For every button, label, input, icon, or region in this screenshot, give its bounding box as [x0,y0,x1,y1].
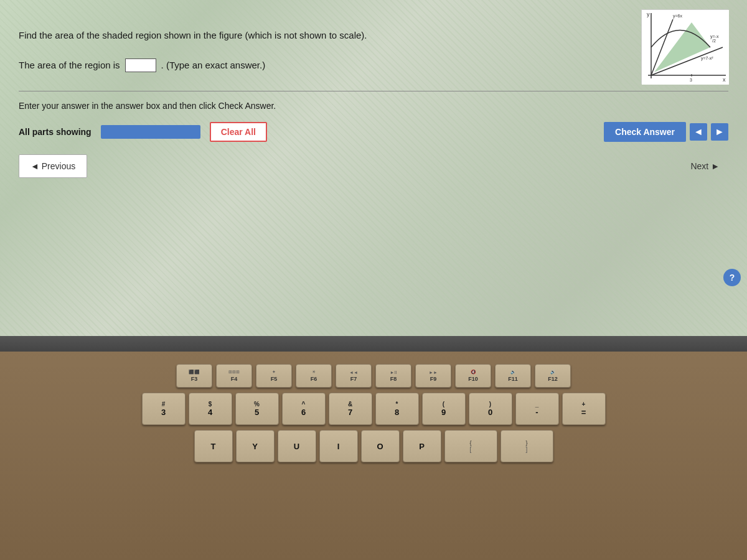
key-f5[interactable]: ✦ F5 [256,364,292,388]
f11-top-icon: 🔉 [510,370,516,375]
svg-text:3: 3 [690,78,692,82]
key-i[interactable]: I [319,430,358,462]
answer-prefix: The area of the region is [19,60,120,70]
key-o[interactable]: O [361,430,400,462]
question-text: Find the area of the shaded region shown… [19,29,529,43]
key-0[interactable]: ) 0 [469,393,512,425]
answer-input[interactable] [125,58,156,72]
svg-text:x: x [723,77,726,83]
key-f11[interactable]: 🔉 F11 [495,364,531,388]
key-f4[interactable]: ⊞⊞⊞ F4 [216,364,252,388]
divider-1 [19,91,728,91]
right-controls: Check Answer ◄ ► [604,122,728,142]
key-9[interactable]: ( 9 [422,393,466,425]
fn-key-row: ⬛⬛ F3 ⊞⊞⊞ F4 ✦ F5 ☀ F6 ◄◄ F7 ►II F8 ►► F… [19,364,728,388]
key-f6[interactable]: ☀ F6 [296,364,332,388]
bottom-key-row: T Y U I O P { [ } ] [19,430,728,462]
key-7[interactable]: & 7 [329,393,372,425]
keyboard-bezel [0,336,747,352]
keyboard-area: ⬛⬛ F3 ⊞⊞⊞ F4 ✦ F5 ☀ F6 ◄◄ F7 ►II F8 ►► F… [0,336,747,560]
key-p[interactable]: P [403,430,441,462]
key-bracket-right[interactable]: } ] [500,430,553,462]
key-6[interactable]: ^ 6 [282,393,326,425]
f12-top-icon: 🔊 [550,370,556,375]
prev-arrow-button[interactable]: ◄ [690,123,707,141]
svg-text:/2: /2 [712,39,716,43]
progress-bar [101,125,200,139]
f10-top-icon: 🔇 [471,370,476,375]
key-equals[interactable]: + = [562,393,606,425]
top-bar: Question Help ▼ [19,12,728,22]
help-circle-button[interactable]: ? [723,269,741,286]
key-f9[interactable]: ►► F9 [415,364,451,388]
key-f3[interactable]: ⬛⬛ F3 [176,364,212,388]
key-4[interactable]: $ 4 [189,393,232,425]
key-8[interactable]: * 8 [375,393,419,425]
f7-top-icon: ◄◄ [349,370,358,375]
controls-row: All parts showing Clear All Check Answer… [19,122,728,142]
svg-text:y: y [647,11,650,17]
key-t[interactable]: T [194,430,233,462]
previous-button[interactable]: ◄ Previous [19,154,87,178]
f8-top-icon: ►II [390,370,397,375]
all-parts-label: All parts showing [19,127,92,137]
key-minus[interactable]: _ - [515,393,559,425]
nav-row: ◄ Previous Next ► [19,154,728,178]
next-arrow-button[interactable]: ► [711,123,728,141]
check-answer-button[interactable]: Check Answer [604,122,686,142]
answer-suffix: . (Type an exact answer.) [161,60,266,70]
answer-line: The area of the region is . (Type an exa… [19,58,728,72]
key-f7[interactable]: ◄◄ F7 [336,364,372,388]
svg-text:y=7-x²: y=7-x² [701,56,713,61]
graph-thumbnail: y y=6x y=-x /2 y=7-x² x 3 [641,9,728,84]
f6-top-icon: ☀ [312,370,316,375]
key-f12[interactable]: 🔊 F12 [535,364,571,388]
svg-text:y=6x: y=6x [673,14,682,19]
key-f10[interactable]: 🔇 F10 [455,364,491,388]
next-button[interactable]: Next ► [682,156,728,176]
left-controls: All parts showing Clear All [19,122,267,142]
f3-top-icon: ⬛⬛ [189,370,200,375]
screen-area: Question Help ▼ y y= [0,0,747,336]
key-u[interactable]: U [278,430,316,462]
number-key-row: # 3 $ 4 % 5 ^ 6 & 7 * 8 ( 9 ) 0 [19,393,728,425]
enter-instruction: Enter your answer in the answer box and … [19,101,728,111]
key-5[interactable]: % 5 [235,393,279,425]
key-bracket-left[interactable]: { [ [444,430,497,462]
key-3[interactable]: # 3 [142,393,186,425]
f9-top-icon: ►► [429,370,438,375]
key-f8[interactable]: ►II F8 [375,364,411,388]
clear-all-button[interactable]: Clear All [210,122,267,142]
f4-top-icon: ⊞⊞⊞ [228,370,240,375]
key-y[interactable]: Y [236,430,275,462]
f5-top-icon: ✦ [272,370,276,375]
